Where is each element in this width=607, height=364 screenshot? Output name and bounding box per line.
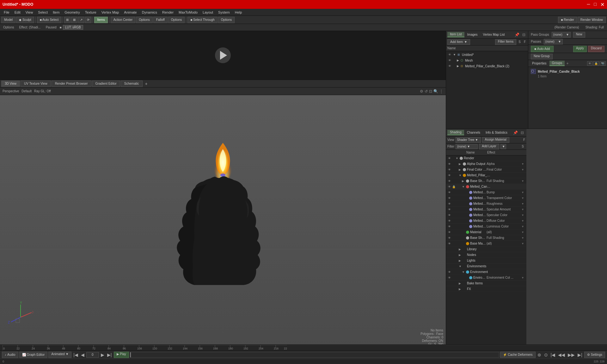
default-label[interactable]: Default	[21, 89, 32, 93]
vp-settings-icon[interactable]: ⚙	[420, 89, 423, 94]
tab-properties[interactable]: Properties	[530, 61, 549, 66]
menu-render[interactable]: Render	[160, 10, 176, 15]
sh-row-bump[interactable]: 👁 Melted_Candles_burn... Bump ▼	[446, 190, 526, 195]
transform-icon-3[interactable]: ↗	[78, 17, 84, 23]
sh-row-alpha[interactable]: 👁 ▶ Alpha Output Alpha ▼	[446, 161, 526, 167]
tl-icon-4[interactable]: ◀◀	[557, 352, 566, 357]
add-group-icon[interactable]: +	[565, 61, 570, 66]
sh-row-render[interactable]: 👁 ▼ Render	[446, 155, 526, 161]
sh-expand-render[interactable]: ▼	[456, 157, 459, 160]
paused-label[interactable]: Paused	[44, 25, 58, 30]
skip-to-start-btn[interactable]: |◀	[72, 352, 79, 357]
filter-items-btn[interactable]: Filter Items	[495, 39, 516, 45]
sh-expand-alpha[interactable]: ▶	[459, 162, 462, 166]
options2-btn[interactable]: Options	[168, 17, 185, 23]
sh-vis-env[interactable]: 👁	[447, 270, 452, 274]
panel-pin-icon[interactable]: 📌	[513, 32, 521, 38]
transform-icon-2[interactable]: ⊠	[71, 17, 77, 23]
sh-dd-base2[interactable]: ▼	[521, 236, 526, 240]
passes-dropdown[interactable]: (none) ▼	[544, 39, 563, 45]
add-layer-btn[interactable]: Add Layer	[479, 144, 499, 149]
tl-icon-1[interactable]: ⊛	[536, 352, 542, 357]
tab-3d-view[interactable]: 3D View	[1, 81, 20, 87]
shader-tree-dropdown[interactable]: Shader Tree ▼	[456, 137, 481, 143]
sh-dd-bump[interactable]: ▼	[521, 191, 526, 194]
shading-pin-icon[interactable]: 📌	[512, 130, 519, 136]
group-lock-icon[interactable]: 🔒	[593, 61, 599, 66]
sh-vis-pillar[interactable]: 👁	[447, 174, 452, 177]
minimize-btn[interactable]: ─	[587, 2, 590, 8]
assign-material-btn[interactable]: Assign Material	[482, 137, 509, 143]
prev-frame-btn[interactable]: ◀	[80, 352, 85, 357]
sh-expand-tex[interactable]: ▼	[462, 185, 465, 188]
options-label[interactable]: Options	[1, 25, 16, 30]
new-pass-group-btn[interactable]: New	[573, 32, 585, 38]
group-cam-icon[interactable]: 📷	[600, 61, 606, 66]
sh-row-material[interactable]: 👁 Material (all) ▼	[446, 229, 526, 235]
sh-dd-spec-amt[interactable]: ▼	[521, 208, 526, 211]
sh-dd-material[interactable]: ▼	[521, 231, 526, 234]
sh-expand-pillar[interactable]: ▼	[459, 174, 462, 177]
tab-images[interactable]: Images	[465, 32, 480, 37]
timeline-bar[interactable]	[130, 352, 499, 358]
vp-reset-icon[interactable]: ↺	[425, 89, 428, 94]
sh-dd-spec-col[interactable]: ▼	[521, 214, 526, 217]
pass-groups-dropdown[interactable]: (none) ▼	[552, 32, 571, 38]
vp-more-icon[interactable]: ⋮	[439, 89, 443, 94]
sh-expand-lib[interactable]: ▶	[459, 248, 462, 251]
tl-icon-5[interactable]: ▶▶	[567, 352, 576, 357]
sh-dd-trans[interactable]: ▼	[521, 197, 526, 200]
menu-layout[interactable]: Layout	[200, 10, 216, 15]
sh-row-environment[interactable]: 👁 ▼ Environment	[446, 269, 526, 275]
render-camera-label[interactable]: (Render Camera)	[553, 25, 581, 30]
expand-arrow-3[interactable]: ▶	[457, 64, 459, 68]
sh-vis-spec-amt[interactable]: 👁	[447, 208, 452, 211]
play-btn[interactable]: ▶ Play	[114, 352, 129, 358]
group-vis-icon[interactable]: 👁	[587, 61, 592, 66]
sh-vis-trans[interactable]: 👁	[447, 197, 452, 200]
sh-vis-base2[interactable]: 👁	[447, 236, 452, 240]
tab-channels[interactable]: Channels	[464, 130, 483, 135]
animated-btn[interactable]: Animated ▼	[48, 352, 71, 358]
tree-item-untitled[interactable]: 👁 ▼ ⊞ Untitled*	[446, 52, 528, 58]
menu-animate[interactable]: Animate	[121, 10, 139, 15]
sh-dd-final[interactable]: ▼	[521, 168, 526, 171]
sh-expand-base[interactable]: ▶	[462, 179, 465, 183]
tree-item-candle[interactable]: 👁 ▶ ⊡ Melted_Pillar_Candle_Black (2)	[446, 63, 528, 69]
maximize-btn[interactable]: □	[594, 2, 597, 8]
select-through-btn[interactable]: ■ Select Through	[187, 17, 217, 23]
items-btn[interactable]: Items	[94, 17, 107, 23]
cache-deformers-btn[interactable]: ⚡ Cache Deformers	[500, 352, 535, 358]
render-window-btn[interactable]: Render Window	[578, 17, 606, 23]
model-btn[interactable]: Model	[1, 17, 15, 23]
menu-item[interactable]: Item	[50, 10, 62, 15]
menu-file[interactable]: File	[1, 10, 12, 15]
sh-row-luminous[interactable]: 👁 Melted_Candles_burn... Luminous Color …	[446, 224, 526, 229]
sh-vis-base-mat[interactable]: 👁	[447, 242, 452, 245]
sh-vis-luminous[interactable]: 👁	[447, 225, 452, 228]
sh-expand-lights[interactable]: ▶	[459, 259, 462, 262]
panel-expand-icon[interactable]: ⊟	[521, 32, 527, 38]
sh-expand-nodes[interactable]: ▶	[459, 253, 462, 257]
tab-uv-texture[interactable]: UV Texture View	[21, 81, 51, 87]
transform-icon-4[interactable]: ⟳	[85, 17, 91, 23]
apply-btn[interactable]: Apply	[573, 46, 587, 52]
tab-info-stats[interactable]: Info & Statistics	[483, 130, 510, 135]
sh-row-base-material[interactable]: 👁 Base Material (all) ▼	[446, 241, 526, 246]
sh-row-nodes[interactable]: ▶ Nodes	[446, 252, 526, 258]
options1-btn[interactable]: Options	[136, 17, 152, 23]
sh-vis-alpha[interactable]: 👁	[447, 162, 452, 166]
tab-schematic[interactable]: Schematic	[121, 81, 143, 87]
skip-to-end-btn[interactable]: ▶|	[106, 352, 113, 357]
shading-expand-icon[interactable]: ⊟	[519, 130, 525, 136]
menu-maxtomodo[interactable]: MaxToModo	[176, 10, 200, 15]
menu-system[interactable]: System	[216, 10, 232, 15]
tree-item-mesh[interactable]: 👁 ▶ ⬡ Mesh	[446, 58, 528, 63]
raygl-label[interactable]: Ray GL: Off	[34, 89, 51, 93]
vp-search-icon[interactable]: 🔍	[433, 89, 438, 94]
sh-row-environments[interactable]: ▼ Environments	[446, 264, 526, 269]
sh-vis-final[interactable]: 👁	[447, 168, 452, 171]
tab-item-list[interactable]: Item List	[447, 32, 464, 37]
next-frame-btn[interactable]: ▶	[100, 352, 105, 357]
menu-edit[interactable]: Edit	[12, 10, 23, 15]
